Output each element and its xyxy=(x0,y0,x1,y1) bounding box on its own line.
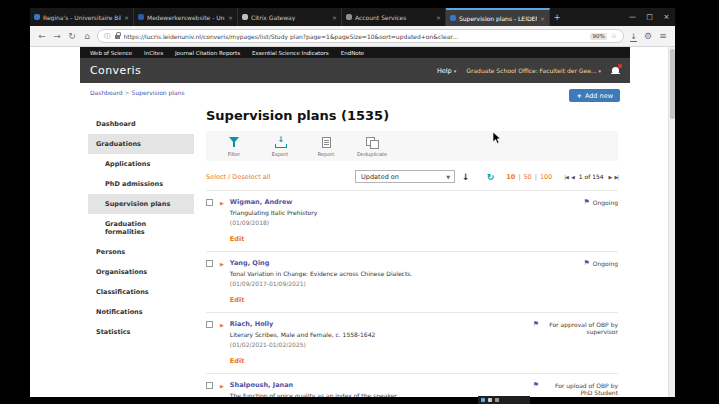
status-badge: ⚑ Ongoing xyxy=(526,198,618,245)
row-checkbox[interactable] xyxy=(206,199,213,206)
tab-title: Regina's - Universitaire Bibl... xyxy=(43,14,121,21)
report-icon xyxy=(322,137,331,148)
expand-arrow-icon[interactable]: ▶ xyxy=(220,261,224,307)
link-essential-science-indicators[interactable]: Essential Science Indicators xyxy=(252,50,329,56)
browser-tab-4[interactable]: Account Services × xyxy=(342,8,446,26)
address-bar[interactable]: ⓘ https://lucris.leidenuniv.nl/converis/… xyxy=(97,29,624,43)
sidebar-item-classifications[interactable]: Classifications xyxy=(88,282,194,302)
forward-icon[interactable]: → xyxy=(52,31,62,41)
next-page-icon[interactable]: ▶ xyxy=(609,174,612,180)
help-menu[interactable]: Help ▾ xyxy=(437,67,456,75)
notifications-bell-icon[interactable] xyxy=(611,66,620,75)
chevron-down-icon: ▾ xyxy=(454,68,457,74)
refresh-icon[interactable]: ↻ xyxy=(487,172,495,182)
expand-arrow-icon[interactable]: ▶ xyxy=(220,383,224,398)
filter-button[interactable]: Filter xyxy=(214,137,254,157)
add-new-button[interactable]: + Add new xyxy=(569,89,620,102)
page-size-100[interactable]: 100 xyxy=(540,173,552,181)
taskbar-app-icon[interactable] xyxy=(495,398,499,402)
export-button[interactable]: Export xyxy=(260,137,300,157)
link-endnote[interactable]: EndNote xyxy=(341,50,364,56)
row-checkbox[interactable] xyxy=(206,321,213,328)
page-content: Web of Science InCites Journal Citation … xyxy=(30,47,668,397)
select-deselect-all-link[interactable]: Select / Deselect all xyxy=(206,173,270,181)
menu-icon[interactable]: ≡ xyxy=(658,31,668,41)
sort-dropdown[interactable]: Updated on ▼ xyxy=(355,170,455,183)
sidebar-item-phd-admissions[interactable]: PhD admissions xyxy=(88,174,194,194)
record-name-link[interactable]: Riach, Holly xyxy=(230,320,526,328)
first-page-icon[interactable]: |◀ xyxy=(564,174,568,180)
extensions-icon[interactable]: ⚙ xyxy=(643,31,653,41)
deduplicate-button[interactable]: Deduplicate xyxy=(352,137,392,157)
account-role-menu[interactable]: Graduate School Office: Faculteit der Ge… xyxy=(466,67,601,74)
url-text[interactable]: https://lucris.leidenuniv.nl/converis/my… xyxy=(124,33,587,40)
record-title: Literary Scribes, Male and Female, c. 15… xyxy=(230,331,526,338)
breadcrumb: Dashboard>Supervision plans xyxy=(90,89,185,96)
link-incites[interactable]: InCites xyxy=(144,50,163,56)
link-journal-citation-reports[interactable]: Journal Citation Reports xyxy=(175,50,240,56)
shield-icon[interactable]: ⓘ xyxy=(104,32,111,41)
page-size-50[interactable]: 50 xyxy=(523,173,531,181)
maximize-button[interactable]: □ xyxy=(641,8,658,26)
tab-close-icon[interactable]: × xyxy=(436,14,441,21)
chevron-down-icon: ▼ xyxy=(446,174,454,180)
browser-tab-1[interactable]: Regina's - Universitaire Bibl... × xyxy=(30,8,134,26)
record-name-link[interactable]: Wigman, Andrew xyxy=(230,198,526,206)
taskbar-app-icon[interactable] xyxy=(488,398,492,402)
browser-tab-active[interactable]: Supervision plans - LEIDEN... × xyxy=(446,8,550,26)
breadcrumb-dashboard[interactable]: Dashboard xyxy=(90,89,123,96)
expand-arrow-icon[interactable]: ▶ xyxy=(220,322,224,368)
sidebar-item-notifications[interactable]: Notifications xyxy=(88,302,194,322)
reload-icon[interactable]: ↻ xyxy=(67,31,77,41)
sidebar-item-dashboard[interactable]: Dashboard xyxy=(88,114,194,134)
edit-link[interactable]: Edit xyxy=(230,296,244,304)
sidebar-item-persons[interactable]: Persons xyxy=(88,242,194,262)
converis-logo[interactable]: Converis xyxy=(90,64,141,77)
status-badge: ⚑ For approval of OBP by supervisor xyxy=(526,320,618,367)
new-tab-button[interactable]: + xyxy=(550,8,564,26)
edit-link[interactable]: Edit xyxy=(230,357,244,365)
browser-tab-2[interactable]: Medewerkerswebsite - Uni... × xyxy=(134,8,238,26)
back-icon[interactable]: ← xyxy=(37,31,47,41)
status-text: Ongoing xyxy=(593,199,618,206)
close-button[interactable]: × xyxy=(658,8,675,26)
edit-link[interactable]: Edit xyxy=(230,235,244,243)
bookmark-star-icon[interactable]: ☆ xyxy=(611,32,617,40)
sidebar-item-organisations[interactable]: Organisations xyxy=(88,262,194,282)
sidebar-item-statistics[interactable]: Statistics xyxy=(88,322,194,342)
last-page-icon[interactable]: ▶| xyxy=(614,174,618,180)
sidebar-item-supervision-plans[interactable]: Supervision plans xyxy=(88,194,194,214)
link-web-of-science[interactable]: Web of Science xyxy=(90,50,132,56)
table-row-4: ▶ Shalpoush, Janan The function of voice… xyxy=(206,374,618,397)
page-viewport: Web of Science InCites Journal Citation … xyxy=(30,47,675,397)
row-checkbox[interactable] xyxy=(206,382,213,389)
scrollbar-thumb[interactable] xyxy=(670,49,675,119)
page-scrollbar[interactable] xyxy=(668,47,675,397)
page-title: Supervision plans (1535) xyxy=(206,108,618,123)
record-name-link[interactable]: Shalpoush, Janan xyxy=(230,381,526,389)
report-button[interactable]: Report xyxy=(306,137,346,157)
page-size-10[interactable]: 10 xyxy=(506,173,515,181)
deduplicate-icon xyxy=(366,137,378,148)
taskbar-app-icon[interactable] xyxy=(481,398,485,402)
downloads-icon[interactable]: ↓ xyxy=(629,32,638,41)
record-name-link[interactable]: Yang, Qing xyxy=(230,259,526,267)
tab-close-icon[interactable]: × xyxy=(332,14,337,21)
expand-arrow-icon[interactable]: ▶ xyxy=(220,200,224,246)
sidebar-item-applications[interactable]: Applications xyxy=(88,154,194,174)
sort-direction-icon[interactable]: ↓ xyxy=(462,172,470,182)
tab-close-icon[interactable]: × xyxy=(228,14,233,21)
tab-close-icon[interactable]: × xyxy=(540,15,545,22)
sidebar-item-graduation-formalities[interactable]: Graduation formalities xyxy=(88,214,194,242)
browser-tab-3[interactable]: Citrix Gateway × xyxy=(238,8,342,26)
home-icon[interactable]: ⌂ xyxy=(82,31,92,41)
flag-icon: ⚑ xyxy=(583,199,589,206)
minimize-button[interactable]: — xyxy=(624,8,641,26)
zoom-level-badge[interactable]: 90% xyxy=(590,33,606,40)
browser-nav-bar: ← → ↻ ⌂ ⓘ https://lucris.leidenuniv.nl/c… xyxy=(30,26,675,47)
sidebar-item-graduations[interactable]: Graduations xyxy=(88,134,194,154)
row-checkbox[interactable] xyxy=(206,260,213,267)
header-right: Help ▾ Graduate School Office: Faculteit… xyxy=(437,66,620,75)
prev-page-icon[interactable]: ◀ xyxy=(571,174,574,180)
tab-close-icon[interactable]: × xyxy=(124,14,129,21)
